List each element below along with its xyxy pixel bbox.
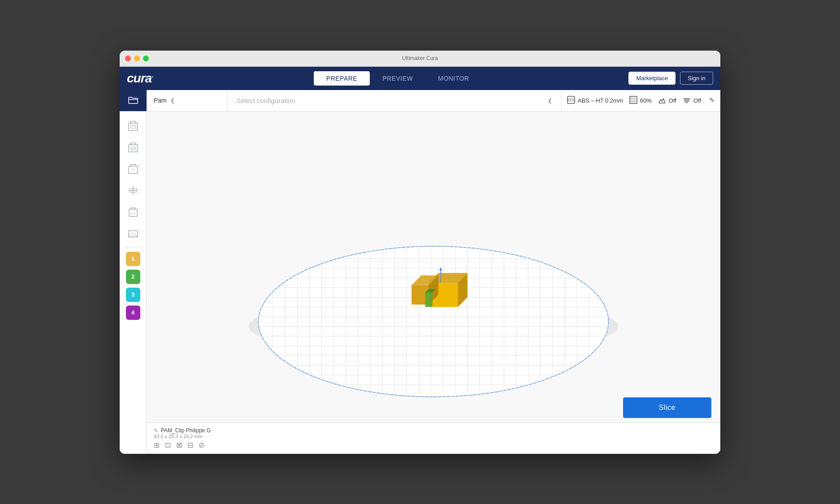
- pencil-model-icon: ✎: [154, 427, 158, 434]
- svg-rect-18: [130, 147, 136, 150]
- title-bar: Ultimaker Cura: [120, 51, 720, 67]
- toolbar: Pam ❮ Select configuration ❮ ABS – HT 0.…: [120, 90, 720, 112]
- maximize-button[interactable]: [143, 56, 149, 61]
- material-label: ABS – HT 0.2mm: [578, 97, 623, 104]
- slice-button[interactable]: Slice: [623, 397, 711, 418]
- infill-icon: [629, 96, 637, 105]
- adhesion-label: Off: [693, 97, 701, 104]
- tab-monitor[interactable]: MONITOR: [425, 71, 481, 86]
- main-content: 1 2 3 4: [120, 112, 720, 454]
- extruder-2-button[interactable]: 2: [126, 270, 140, 284]
- move-tool-icon[interactable]: ⊞: [154, 441, 160, 449]
- sidebar-tool-5[interactable]: [123, 202, 143, 222]
- minimize-button[interactable]: [134, 56, 140, 61]
- sidebar: 1 2 3 4: [120, 112, 147, 454]
- app-logo: cura●: [127, 71, 153, 86]
- window-title: Ultimaker Cura: [402, 55, 438, 61]
- svg-rect-19: [129, 166, 138, 173]
- support-icon: [658, 96, 666, 105]
- support-label: Off: [669, 97, 676, 104]
- svg-rect-15: [129, 123, 138, 130]
- extruder-3-button[interactable]: 3: [126, 288, 140, 302]
- tab-prepare[interactable]: PREPARE: [314, 71, 370, 86]
- nav-bar: cura● PREPARE PREVIEW MONITOR Marketplac…: [120, 67, 720, 90]
- model-info-panel: ✎ PAM_Clip Philippe G 43.1 x 25.3 x 15.2…: [147, 422, 720, 454]
- infill-setting[interactable]: 60%: [629, 96, 652, 105]
- model-dimensions: 43.1 x 25.3 x 15.2 mm: [154, 434, 713, 439]
- printer-section: Pam ❮: [147, 90, 227, 111]
- sidebar-tool-4[interactable]: [123, 181, 143, 200]
- support-setting[interactable]: Off: [658, 96, 676, 105]
- traffic-lights: [125, 56, 149, 61]
- signin-button[interactable]: Sign in: [680, 72, 713, 85]
- model-name-row: ✎ PAM_Clip Philippe G: [154, 427, 713, 434]
- close-button[interactable]: [125, 56, 131, 61]
- infill-label: 60%: [640, 97, 652, 104]
- svg-point-24: [258, 246, 608, 396]
- nav-right: Marketplace Sign in: [628, 72, 713, 85]
- config-section: Select configuration ❮: [227, 90, 562, 111]
- mirror-tool-icon[interactable]: ⊟: [187, 441, 193, 449]
- application-window: Ultimaker Cura cura● PREPARE PREVIEW MON…: [120, 51, 720, 454]
- mesh-tool-icon[interactable]: ⊘: [199, 441, 204, 449]
- extruder-4-button[interactable]: 4: [126, 306, 140, 320]
- rotate-tool-icon[interactable]: ⊠: [176, 441, 182, 449]
- adhesion-icon: [683, 96, 691, 105]
- sidebar-tool-3[interactable]: [123, 159, 143, 179]
- slice-panel: Slice: [623, 397, 711, 418]
- open-folder-button[interactable]: [120, 90, 147, 111]
- extruder-1-button[interactable]: 1: [126, 252, 140, 266]
- printer-name: Pam: [154, 97, 167, 104]
- material-icon: [567, 96, 575, 105]
- settings-section: ABS – HT 0.2mm 60%: [562, 90, 720, 111]
- svg-rect-74: [425, 292, 433, 307]
- viewport[interactable]: ✎ PAM_Clip Philippe G 43.1 x 25.3 x 15.2…: [147, 112, 720, 454]
- adhesion-setting[interactable]: Off: [683, 96, 701, 105]
- model-tools: ⊞ ⊡ ⊠ ⊟ ⊘: [154, 441, 713, 449]
- scale-tool-icon[interactable]: ⊡: [165, 441, 171, 449]
- sidebar-divider: [125, 247, 141, 247]
- nav-tabs: PREPARE PREVIEW MONITOR: [167, 71, 628, 86]
- model-name-text: PAM_Clip Philippe G: [161, 427, 211, 434]
- config-placeholder[interactable]: Select configuration: [236, 97, 544, 104]
- marketplace-button[interactable]: Marketplace: [628, 72, 675, 85]
- printer-chevron-icon[interactable]: ❮: [170, 97, 175, 103]
- sidebar-tool-6[interactable]: [123, 224, 143, 243]
- material-setting[interactable]: ABS – HT 0.2mm: [567, 96, 623, 105]
- sidebar-tool-1[interactable]: [123, 116, 143, 136]
- tab-preview[interactable]: PREVIEW: [370, 71, 425, 86]
- svg-rect-0: [567, 96, 575, 103]
- svg-rect-16: [130, 125, 136, 128]
- svg-rect-21: [129, 209, 137, 216]
- edit-settings-icon[interactable]: ✎: [709, 96, 715, 104]
- config-chevron-icon[interactable]: ❮: [548, 97, 552, 103]
- sidebar-tool-2[interactable]: [123, 138, 143, 157]
